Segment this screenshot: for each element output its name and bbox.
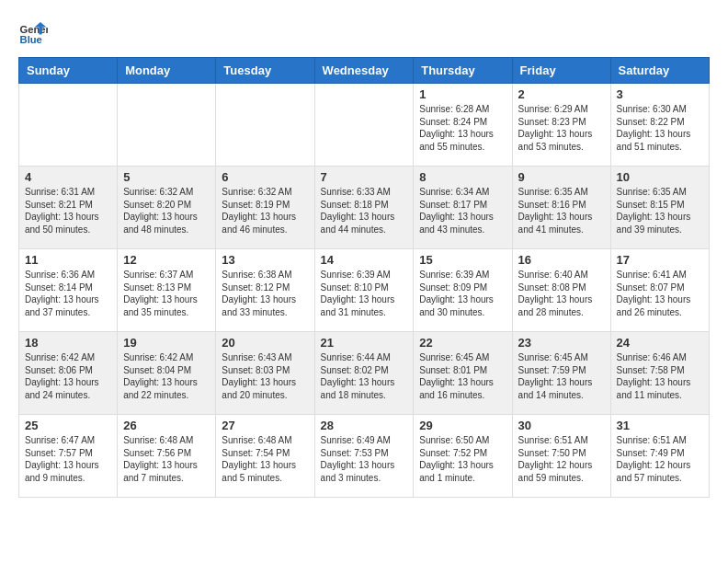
day-number: 7	[321, 170, 408, 184]
weekday-header-thursday: Thursday	[414, 58, 512, 84]
day-info: Sunrise: 6:47 AM Sunset: 7:57 PM Dayligh…	[25, 434, 111, 484]
calendar-cell: 9Sunrise: 6:35 AM Sunset: 8:16 PM Daylig…	[512, 167, 610, 249]
calendar-cell: 1Sunrise: 6:28 AM Sunset: 8:24 PM Daylig…	[414, 84, 512, 167]
logo-icon: General Blue	[18, 18, 48, 48]
day-info: Sunrise: 6:34 AM Sunset: 8:17 PM Dayligh…	[419, 186, 506, 236]
calendar-row-3: 18Sunrise: 6:42 AM Sunset: 8:06 PM Dayli…	[19, 332, 710, 415]
calendar-row-0: 1Sunrise: 6:28 AM Sunset: 8:24 PM Daylig…	[19, 84, 710, 167]
calendar-cell: 11Sunrise: 6:36 AM Sunset: 8:14 PM Dayli…	[19, 249, 118, 332]
svg-text:Blue: Blue	[20, 34, 42, 45]
day-number: 2	[518, 87, 605, 101]
day-info: Sunrise: 6:37 AM Sunset: 8:13 PM Dayligh…	[123, 269, 210, 318]
calendar-cell: 16Sunrise: 6:40 AM Sunset: 8:08 PM Dayli…	[512, 249, 610, 332]
day-number: 21	[321, 336, 408, 350]
day-number: 27	[222, 419, 308, 432]
day-number: 4	[25, 170, 111, 184]
day-info: Sunrise: 6:35 AM Sunset: 8:15 PM Dayligh…	[617, 186, 703, 236]
calendar-cell: 13Sunrise: 6:38 AM Sunset: 8:12 PM Dayli…	[216, 249, 314, 332]
calendar-cell: 8Sunrise: 6:34 AM Sunset: 8:17 PM Daylig…	[414, 167, 512, 249]
calendar-cell: 3Sunrise: 6:30 AM Sunset: 8:22 PM Daylig…	[610, 84, 709, 167]
day-number: 12	[123, 253, 210, 267]
calendar-cell: 14Sunrise: 6:39 AM Sunset: 8:10 PM Dayli…	[314, 249, 414, 332]
calendar-cell: 27Sunrise: 6:48 AM Sunset: 7:54 PM Dayli…	[216, 415, 314, 498]
day-info: Sunrise: 6:42 AM Sunset: 8:06 PM Dayligh…	[25, 351, 111, 401]
calendar-cell: 31Sunrise: 6:51 AM Sunset: 7:49 PM Dayli…	[610, 415, 709, 498]
calendar-cell: 2Sunrise: 6:29 AM Sunset: 8:23 PM Daylig…	[512, 84, 610, 167]
day-number: 24	[617, 336, 703, 350]
day-info: Sunrise: 6:28 AM Sunset: 8:24 PM Dayligh…	[419, 103, 506, 153]
calendar-row-2: 11Sunrise: 6:36 AM Sunset: 8:14 PM Dayli…	[19, 249, 710, 332]
calendar-cell: 6Sunrise: 6:32 AM Sunset: 8:19 PM Daylig…	[216, 167, 314, 249]
day-number: 15	[419, 253, 506, 267]
calendar-cell: 19Sunrise: 6:42 AM Sunset: 8:04 PM Dayli…	[118, 332, 216, 415]
day-info: Sunrise: 6:35 AM Sunset: 8:16 PM Dayligh…	[518, 186, 605, 236]
calendar-cell: 20Sunrise: 6:43 AM Sunset: 8:03 PM Dayli…	[216, 332, 314, 415]
day-info: Sunrise: 6:51 AM Sunset: 7:50 PM Dayligh…	[518, 434, 605, 484]
day-info: Sunrise: 6:48 AM Sunset: 7:56 PM Dayligh…	[123, 434, 210, 484]
calendar-cell: 30Sunrise: 6:51 AM Sunset: 7:50 PM Dayli…	[512, 415, 610, 498]
page-header: General Blue	[18, 18, 710, 48]
day-number: 9	[518, 170, 605, 184]
day-number: 30	[518, 419, 605, 432]
calendar-cell: 7Sunrise: 6:33 AM Sunset: 8:18 PM Daylig…	[314, 167, 414, 249]
calendar-cell: 24Sunrise: 6:46 AM Sunset: 7:58 PM Dayli…	[610, 332, 709, 415]
day-info: Sunrise: 6:45 AM Sunset: 8:01 PM Dayligh…	[419, 351, 506, 401]
weekday-header-friday: Friday	[512, 58, 610, 84]
day-number: 10	[617, 170, 703, 184]
day-info: Sunrise: 6:45 AM Sunset: 7:59 PM Dayligh…	[518, 351, 605, 401]
day-info: Sunrise: 6:42 AM Sunset: 8:04 PM Dayligh…	[123, 351, 210, 401]
day-info: Sunrise: 6:50 AM Sunset: 7:52 PM Dayligh…	[419, 434, 506, 484]
day-number: 31	[617, 419, 703, 432]
day-number: 14	[321, 253, 408, 267]
day-info: Sunrise: 6:40 AM Sunset: 8:08 PM Dayligh…	[518, 269, 605, 318]
day-number: 1	[419, 87, 506, 101]
calendar-row-4: 25Sunrise: 6:47 AM Sunset: 7:57 PM Dayli…	[19, 415, 710, 498]
day-info: Sunrise: 6:41 AM Sunset: 8:07 PM Dayligh…	[617, 269, 703, 318]
calendar-cell: 28Sunrise: 6:49 AM Sunset: 7:53 PM Dayli…	[314, 415, 414, 498]
day-info: Sunrise: 6:39 AM Sunset: 8:09 PM Dayligh…	[419, 269, 506, 318]
calendar-cell: 4Sunrise: 6:31 AM Sunset: 8:21 PM Daylig…	[19, 167, 118, 249]
calendar-cell: 25Sunrise: 6:47 AM Sunset: 7:57 PM Dayli…	[19, 415, 118, 498]
day-number: 17	[617, 253, 703, 267]
day-info: Sunrise: 6:43 AM Sunset: 8:03 PM Dayligh…	[222, 351, 308, 401]
calendar-cell: 26Sunrise: 6:48 AM Sunset: 7:56 PM Dayli…	[118, 415, 216, 498]
calendar-cell	[314, 84, 414, 167]
calendar-cell: 21Sunrise: 6:44 AM Sunset: 8:02 PM Dayli…	[314, 332, 414, 415]
day-number: 13	[222, 253, 308, 267]
calendar-cell: 22Sunrise: 6:45 AM Sunset: 8:01 PM Dayli…	[414, 332, 512, 415]
day-number: 5	[123, 170, 210, 184]
weekday-header-wednesday: Wednesday	[314, 58, 414, 84]
day-info: Sunrise: 6:36 AM Sunset: 8:14 PM Dayligh…	[25, 269, 111, 318]
day-info: Sunrise: 6:49 AM Sunset: 7:53 PM Dayligh…	[321, 434, 408, 484]
calendar-cell: 29Sunrise: 6:50 AM Sunset: 7:52 PM Dayli…	[414, 415, 512, 498]
day-number: 19	[123, 336, 210, 350]
calendar-cell	[118, 84, 216, 167]
day-number: 22	[419, 336, 506, 350]
calendar-row-1: 4Sunrise: 6:31 AM Sunset: 8:21 PM Daylig…	[19, 167, 710, 249]
day-number: 16	[518, 253, 605, 267]
day-info: Sunrise: 6:31 AM Sunset: 8:21 PM Dayligh…	[25, 186, 111, 236]
logo: General Blue	[18, 18, 48, 48]
calendar-cell: 5Sunrise: 6:32 AM Sunset: 8:20 PM Daylig…	[118, 167, 216, 249]
day-number: 3	[617, 87, 703, 101]
calendar-cell: 17Sunrise: 6:41 AM Sunset: 8:07 PM Dayli…	[610, 249, 709, 332]
day-number: 6	[222, 170, 308, 184]
calendar-cell	[19, 84, 118, 167]
day-info: Sunrise: 6:29 AM Sunset: 8:23 PM Dayligh…	[518, 103, 605, 153]
day-info: Sunrise: 6:32 AM Sunset: 8:20 PM Dayligh…	[123, 186, 210, 236]
calendar-cell: 18Sunrise: 6:42 AM Sunset: 8:06 PM Dayli…	[19, 332, 118, 415]
day-info: Sunrise: 6:32 AM Sunset: 8:19 PM Dayligh…	[222, 186, 308, 236]
weekday-header-saturday: Saturday	[610, 58, 709, 84]
day-info: Sunrise: 6:44 AM Sunset: 8:02 PM Dayligh…	[321, 351, 408, 401]
day-number: 23	[518, 336, 605, 350]
calendar-cell	[216, 84, 314, 167]
day-number: 11	[25, 253, 111, 267]
day-number: 26	[123, 419, 210, 432]
day-number: 25	[25, 419, 111, 432]
day-number: 8	[419, 170, 506, 184]
calendar-cell: 12Sunrise: 6:37 AM Sunset: 8:13 PM Dayli…	[118, 249, 216, 332]
day-info: Sunrise: 6:33 AM Sunset: 8:18 PM Dayligh…	[321, 186, 408, 236]
day-info: Sunrise: 6:30 AM Sunset: 8:22 PM Dayligh…	[617, 103, 703, 153]
weekday-header-sunday: Sunday	[19, 58, 118, 84]
weekday-header-tuesday: Tuesday	[216, 58, 314, 84]
